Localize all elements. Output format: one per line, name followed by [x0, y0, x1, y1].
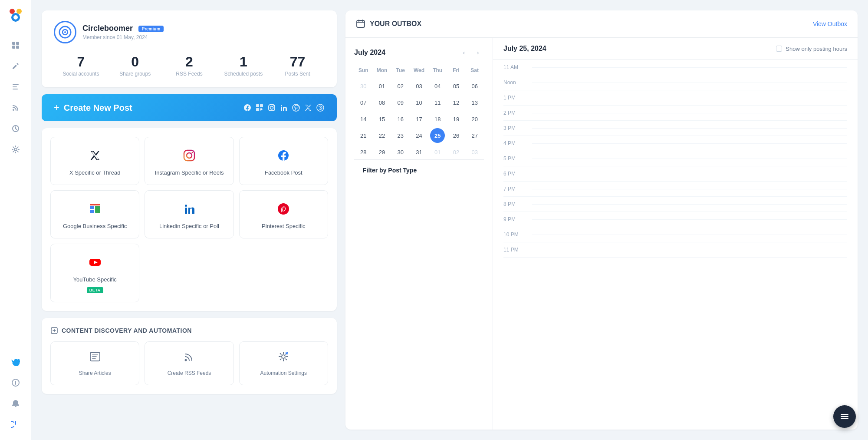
cal-cell[interactable]: 10 [411, 95, 426, 110]
filter-section: Filter by Post Type [354, 159, 484, 181]
discovery-rss-feeds[interactable]: Create RSS Feeds [145, 341, 233, 385]
stat-posts-sent: 77 Posts Sent [270, 54, 325, 77]
cal-cell[interactable]: 01 [430, 145, 445, 159]
cal-cell[interactable]: 27 [467, 128, 482, 143]
stat-number-share: 0 [108, 54, 162, 70]
schedule-date: July 25, 2024 [503, 45, 546, 53]
time-label: 8 PM [503, 201, 525, 207]
sidebar-item-settings[interactable] [7, 141, 24, 158]
cal-cell[interactable]: 20 [467, 112, 482, 126]
fab-button[interactable] [833, 405, 856, 428]
sidebar-item-schedule[interactable] [7, 120, 24, 137]
stats-row: 7 Social accounts 0 Share groups 2 RSS F… [54, 54, 325, 77]
cal-week-1: 30 01 02 03 04 05 06 [354, 79, 484, 93]
power-button[interactable] [7, 416, 24, 433]
time-slots: 11 AM Noon 1 PM 2 PM [493, 60, 858, 258]
cal-cell[interactable]: 22 [375, 128, 389, 143]
cal-week-5: 28 29 30 31 01 02 03 [354, 145, 484, 159]
svg-rect-31 [95, 206, 100, 213]
time-label: 7 PM [503, 186, 525, 192]
stat-rss-feeds: 2 RSS Feeds [162, 54, 217, 77]
post-type-facebook[interactable]: Facebook Post [239, 137, 328, 185]
cal-cell[interactable]: 11 [430, 95, 445, 110]
svg-rect-41 [357, 20, 365, 27]
svg-rect-20 [256, 108, 259, 111]
pinterest-icon [274, 199, 293, 218]
create-post-social-icons [243, 103, 325, 112]
post-type-linkedin[interactable]: Linkedin Specific or Poll [145, 190, 233, 238]
sidebar-item-grid[interactable] [7, 36, 24, 54]
svg-rect-26 [184, 150, 194, 161]
time-label: 3 PM [503, 125, 525, 131]
cal-cell[interactable]: 31 [411, 145, 426, 159]
cal-cell[interactable]: 01 [375, 79, 389, 93]
app-logo[interactable] [6, 7, 25, 28]
post-type-instagram[interactable]: Instagram Specific or Reels [145, 137, 233, 185]
calendar-next-button[interactable]: › [472, 46, 484, 59]
show-posting-hours-toggle[interactable]: Show only posting hours [776, 46, 847, 52]
cal-cell[interactable]: 05 [449, 79, 464, 93]
time-label: 11 PM [503, 247, 525, 253]
time-slot-10pm: 10 PM [503, 227, 847, 242]
post-type-youtube[interactable]: YouTube Specific BETA [50, 244, 139, 302]
svg-rect-19 [260, 104, 263, 107]
cal-cell[interactable]: 13 [467, 95, 482, 110]
member-since: Member since 01 May, 2024 [82, 34, 164, 40]
svg-point-1 [16, 9, 22, 14]
post-types-card: X Specific or Thread [42, 128, 337, 311]
stat-label-share: Share groups [108, 71, 162, 77]
cal-cell[interactable]: 23 [393, 128, 408, 143]
svg-rect-10 [13, 89, 18, 89]
cal-cell-today[interactable]: 25 [430, 128, 445, 143]
cal-cell[interactable]: 12 [449, 95, 464, 110]
stat-label-rss: RSS Feeds [162, 71, 217, 77]
outbox-title: YOUR OUTBOX [356, 19, 421, 29]
svg-point-22 [270, 106, 273, 109]
info-button[interactable] [7, 374, 24, 391]
cal-cell[interactable]: 09 [393, 95, 408, 110]
cal-week-2: 07 08 09 10 11 12 13 [354, 95, 484, 110]
view-outbox-link[interactable]: View Outbox [813, 20, 847, 27]
cal-cell[interactable]: 30 [356, 79, 371, 93]
post-type-youtube-label: YouTube Specific [73, 276, 117, 283]
post-type-x[interactable]: X Specific or Thread [50, 137, 139, 185]
twitter-sidebar-button[interactable] [7, 353, 24, 371]
sidebar-item-rss[interactable] [7, 99, 24, 116]
cal-cell[interactable]: 02 [449, 145, 464, 159]
cal-cell[interactable]: 06 [467, 79, 482, 93]
discovery-share-articles[interactable]: Share Articles [50, 341, 139, 385]
cal-cell[interactable]: 08 [375, 95, 389, 110]
cal-cell[interactable]: 24 [411, 128, 426, 143]
cal-cell[interactable]: 16 [393, 112, 408, 126]
create-post-button[interactable]: + Create New Post [42, 94, 337, 121]
cal-cell[interactable]: 03 [467, 145, 482, 159]
cal-cell[interactable]: 21 [356, 128, 371, 143]
posting-hours-checkbox[interactable] [776, 46, 782, 52]
cal-cell[interactable]: 03 [411, 79, 426, 93]
automation-settings-icon [277, 351, 289, 366]
time-label: 9 PM [503, 216, 525, 222]
cal-cell[interactable]: 14 [356, 112, 371, 126]
calendar-prev-button[interactable]: ‹ [458, 46, 470, 59]
svg-point-25 [317, 104, 324, 111]
cal-cell[interactable]: 29 [375, 145, 389, 159]
cal-cell[interactable]: 02 [393, 79, 408, 93]
cal-cell[interactable]: 19 [449, 112, 464, 126]
post-types-grid: X Specific or Thread [50, 137, 328, 302]
cal-cell[interactable]: 17 [411, 112, 426, 126]
cal-cell[interactable]: 30 [393, 145, 408, 159]
discovery-automation[interactable]: Automation Settings [239, 341, 328, 385]
sidebar-item-compose[interactable] [7, 57, 24, 75]
time-slot-8pm: 8 PM [503, 197, 847, 212]
cal-cell[interactable]: 07 [356, 95, 371, 110]
sidebar-item-posts[interactable] [7, 78, 24, 96]
post-type-google-business[interactable]: Google Business Specific [50, 190, 139, 238]
cal-cell[interactable]: 04 [430, 79, 445, 93]
post-type-pinterest[interactable]: Pinterest Specific [239, 190, 328, 238]
notifications-button[interactable] [7, 395, 24, 412]
cal-cell[interactable]: 28 [356, 145, 371, 159]
time-slot-3pm: 3 PM [503, 121, 847, 136]
cal-cell[interactable]: 26 [449, 128, 464, 143]
cal-cell[interactable]: 18 [430, 112, 445, 126]
cal-cell[interactable]: 15 [375, 112, 389, 126]
